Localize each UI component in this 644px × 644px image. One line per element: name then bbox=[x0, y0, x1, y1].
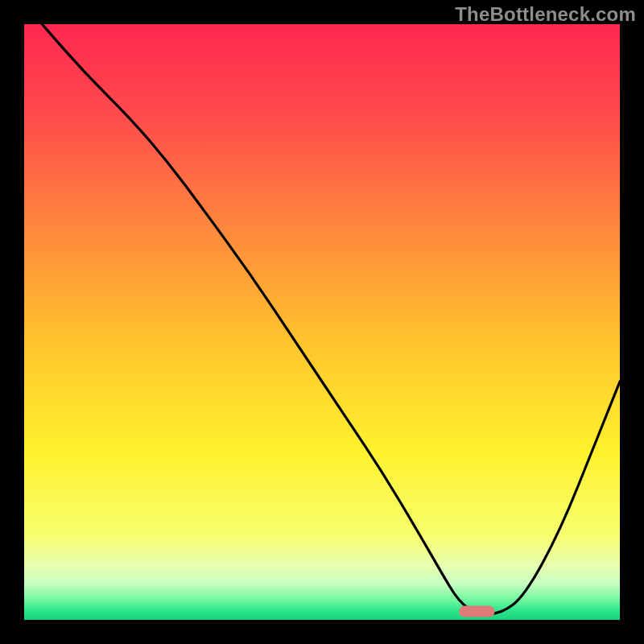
plot-background bbox=[24, 24, 620, 620]
bottleneck-chart bbox=[0, 0, 644, 644]
chart-frame: { "watermark": "TheBottleneck.com", "col… bbox=[0, 0, 644, 644]
optimal-marker bbox=[459, 606, 494, 617]
watermark: TheBottleneck.com bbox=[455, 3, 636, 26]
